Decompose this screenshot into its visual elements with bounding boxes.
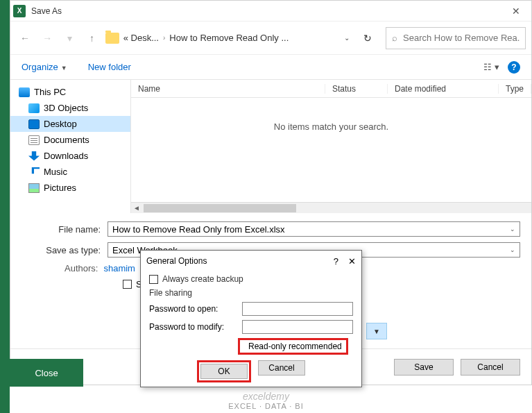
refresh-button[interactable]: ↻ [359,33,376,44]
breadcrumb[interactable]: « Desk... › How to Remove Read Only ... [105,33,334,44]
tree-downloads[interactable]: Downloads [10,148,130,164]
titlebar: X Save As ✕ [10,1,531,22]
desktop-icon [28,119,40,129]
save-thumbnail-checkbox[interactable] [123,280,132,289]
saveastype-label: Save as type: [22,245,108,255]
tools-dropdown-arrow[interactable]: ▼ [366,323,387,339]
breadcrumb-segment[interactable]: « Desk... [123,33,159,43]
tree-documents[interactable]: Documents [10,132,130,148]
backstage-close-button[interactable]: Close [10,359,83,387]
modal-close-icon[interactable]: ✕ [348,256,356,267]
new-folder-button[interactable]: New folder [88,62,131,72]
modal-help-icon[interactable]: ? [334,256,338,267]
excel-icon: X [13,5,26,17]
organize-button[interactable]: Organize▼ [22,62,67,72]
password-open-input[interactable] [242,302,353,316]
col-status[interactable]: Status [325,84,388,94]
help-icon[interactable]: ? [508,61,520,74]
general-options-dialog: General Options ? ✕ Always create backup… [140,250,362,387]
recent-locations-button[interactable]: ▾ [60,28,78,48]
password-open-label: Password to open: [149,304,242,314]
download-icon [28,151,40,161]
breadcrumb-segment[interactable]: How to Remove Read Only ... [169,33,289,43]
password-modify-label: Password to modify: [149,322,242,332]
readonly-recommended-label: Read-only recommended [248,342,342,351]
forward-button[interactable]: → [38,28,56,48]
view-options-button[interactable]: ☷ ▾ [483,62,499,72]
search-icon: ⌕ [392,33,397,43]
col-date[interactable]: Date modified [388,84,499,94]
authors-label: Authors: [65,263,98,273]
pc-icon [19,87,30,97]
modal-cancel-button[interactable]: Cancel [258,360,305,376]
col-type[interactable]: Type [499,84,531,94]
tree-pictures[interactable]: Pictures [10,180,130,196]
explorer-body: This PC 3D Objects Desktop Documents Dow… [10,80,531,213]
watermark: exceldemy EXCEL · DATA · BI [0,391,532,410]
col-name[interactable]: Name [131,84,325,94]
excel-backstage-strip [0,0,10,413]
filename-input[interactable]: How to Remove Read Only from Excel.xlsx⌄ [108,221,520,237]
picture-icon [28,183,40,193]
search-box[interactable]: ⌕ [386,27,526,49]
cube-icon [28,103,40,113]
modal-title: General Options [146,256,207,266]
folder-icon [105,33,119,44]
tree-music[interactable]: Music [10,164,130,180]
always-backup-label: Always create backup [162,274,243,284]
address-bar: ← → ▾ ↑ « Desk... › How to Remove Read O… [10,22,531,55]
file-sharing-section: File sharing [149,288,353,298]
scrollbar-thumb[interactable] [144,204,296,212]
modal-ok-button[interactable]: OK [200,364,248,379]
empty-message: No items match your search. [131,121,531,132]
column-headers: Name Status Date modified Type [131,80,531,98]
close-icon[interactable]: ✕ [504,6,529,17]
search-input[interactable] [403,33,520,43]
folder-tree: This PC 3D Objects Desktop Documents Dow… [10,80,131,213]
window-title: Save As [31,6,504,16]
document-icon [28,135,40,145]
file-list: Name Status Date modified Type No items … [131,80,531,213]
modal-titlebar: General Options ? ✕ [141,251,361,271]
toolbar: Organize▼ New folder ☷ ▾ ? [10,55,531,80]
scroll-left-icon[interactable]: ◄ [131,204,142,212]
cancel-button[interactable]: Cancel [461,359,520,376]
up-button[interactable]: ↑ [83,28,101,48]
authors-value[interactable]: shamim [103,263,135,273]
password-modify-input[interactable] [242,320,353,334]
tree-3d-objects[interactable]: 3D Objects [10,100,130,116]
back-button[interactable]: ← [16,28,34,48]
music-icon [28,167,40,177]
tree-desktop[interactable]: Desktop [10,116,130,132]
chevron-right-icon: › [163,34,165,42]
tree-this-pc[interactable]: This PC [10,84,130,100]
save-button[interactable]: Save [394,359,454,376]
address-dropdown[interactable]: ⌄ [338,34,355,42]
always-backup-checkbox[interactable] [149,275,158,284]
horizontal-scrollbar[interactable]: ◄ [131,202,531,213]
filename-label: File name: [22,224,108,235]
